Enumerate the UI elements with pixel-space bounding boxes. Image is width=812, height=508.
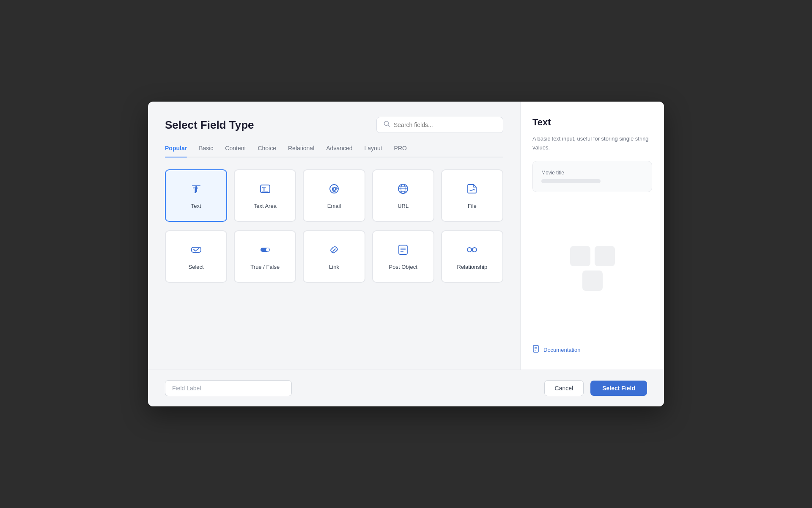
tab-advanced[interactable]: Advanced xyxy=(326,145,352,157)
field-card-email-label: Email xyxy=(327,203,341,209)
field-card-truefalse[interactable]: True / False xyxy=(234,230,296,283)
tabs: Popular Basic Content Choice Relational … xyxy=(165,145,503,157)
svg-point-19 xyxy=(266,248,269,251)
svg-point-24 xyxy=(467,248,472,252)
svg-line-1 xyxy=(388,125,390,127)
field-card-textarea[interactable]: T Text Area xyxy=(234,169,296,222)
tab-basic[interactable]: Basic xyxy=(199,145,213,157)
tab-popular[interactable]: Popular xyxy=(165,145,187,157)
modal-header: Select Field Type xyxy=(165,117,503,133)
modal-body: Select Field Type Popular Basic Content xyxy=(148,102,664,370)
field-grid-row1: T Text T Text Area xyxy=(165,169,503,222)
search-box[interactable] xyxy=(376,117,503,133)
field-card-file-label: File xyxy=(468,203,477,209)
preview-box: Movie title xyxy=(532,161,652,192)
postobject-icon xyxy=(396,243,410,259)
ghost-box-3 xyxy=(582,271,603,291)
preview-title: Text xyxy=(532,117,652,128)
field-card-file[interactable]: File xyxy=(441,169,503,222)
field-card-url[interactable]: URL xyxy=(372,169,434,222)
tab-relational[interactable]: Relational xyxy=(288,145,314,157)
search-icon xyxy=(384,121,390,129)
doc-label: Documentation xyxy=(543,347,580,353)
documentation-link[interactable]: Documentation xyxy=(532,345,652,354)
select-field-button[interactable]: Select Field xyxy=(590,381,647,396)
field-grid-row2: Select True / False xyxy=(165,230,503,283)
ghost-row-2 xyxy=(582,271,603,291)
svg-point-25 xyxy=(472,248,477,252)
field-card-postobject-label: Post Object xyxy=(389,264,417,270)
search-input[interactable] xyxy=(394,121,496,128)
right-panel: Text A basic text input, useful for stor… xyxy=(520,102,664,370)
tab-layout[interactable]: Layout xyxy=(365,145,382,157)
field-card-relationship-label: Relationship xyxy=(457,264,488,270)
field-card-truefalse-label: True / False xyxy=(250,264,280,270)
field-card-select-label: Select xyxy=(189,264,204,270)
field-card-relationship[interactable]: Relationship xyxy=(441,230,503,283)
preview-ghost xyxy=(532,246,652,291)
select-field-type-modal: Select Field Type Popular Basic Content xyxy=(148,102,664,406)
field-card-postobject[interactable]: Post Object xyxy=(372,230,434,283)
svg-text:T: T xyxy=(262,185,266,192)
field-card-link-label: Link xyxy=(329,264,339,270)
svg-text:T: T xyxy=(193,186,198,195)
url-icon xyxy=(396,182,410,198)
ghost-box-2 xyxy=(595,246,615,266)
field-card-email[interactable]: @ Email xyxy=(303,169,365,222)
preview-field-label: Movie title xyxy=(541,170,643,176)
field-card-link[interactable]: Link xyxy=(303,230,365,283)
tab-pro[interactable]: PRO xyxy=(394,145,407,157)
relationship-icon xyxy=(465,243,479,259)
svg-text:@: @ xyxy=(332,185,337,192)
link-icon xyxy=(327,243,341,259)
preview-description: A basic text input, useful for storing s… xyxy=(532,135,652,152)
email-icon: @ xyxy=(327,182,341,198)
ghost-box-1 xyxy=(570,246,590,266)
cancel-button[interactable]: Cancel xyxy=(544,380,584,396)
field-card-url-label: URL xyxy=(398,203,409,209)
doc-icon xyxy=(532,345,540,354)
field-card-textarea-label: Text Area xyxy=(254,203,277,209)
modal-footer: Cancel Select Field xyxy=(148,370,664,406)
textarea-icon: T xyxy=(258,182,272,198)
tab-choice[interactable]: Choice xyxy=(258,145,276,157)
svg-rect-7 xyxy=(262,191,268,192)
truefalse-icon xyxy=(258,243,272,259)
field-label-input[interactable] xyxy=(165,380,292,396)
field-card-select[interactable]: Select xyxy=(165,230,227,283)
ghost-row-1 xyxy=(570,246,615,266)
left-panel: Select Field Type Popular Basic Content xyxy=(148,102,520,370)
field-card-text-label: Text xyxy=(191,203,201,209)
field-card-text[interactable]: T Text xyxy=(165,169,227,222)
svg-rect-17 xyxy=(192,247,201,252)
tab-content[interactable]: Content xyxy=(225,145,246,157)
modal-title: Select Field Type xyxy=(165,119,254,132)
select-icon xyxy=(189,243,203,259)
file-icon xyxy=(465,182,479,198)
text-icon: T xyxy=(189,182,203,198)
preview-field-input xyxy=(541,179,601,183)
